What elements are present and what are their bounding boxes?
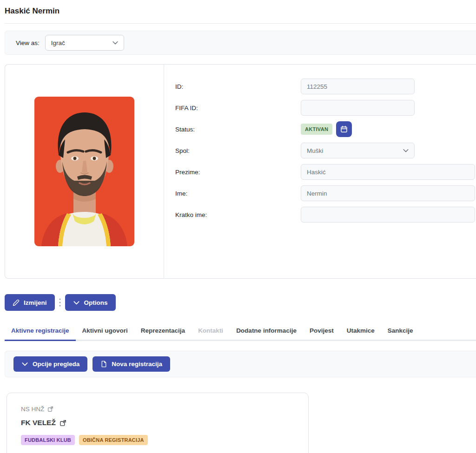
player-photo — [34, 97, 134, 246]
vertical-dots-icon — [59, 298, 61, 307]
fifa-id-label: FIFA ID: — [175, 105, 301, 112]
last-name-input[interactable] — [301, 164, 475, 180]
options-button[interactable]: Options — [65, 294, 116, 311]
tab-bar: Aktivne registracije Aktivni ugovori Rep… — [5, 321, 476, 341]
tab-kontakti: Kontakti — [192, 321, 230, 340]
tab-aktivne-registracije[interactable]: Aktivne registracije — [5, 321, 76, 340]
last-name-label: Prezime: — [175, 169, 301, 176]
view-as-selected-value: Igrač — [51, 39, 65, 46]
document-icon — [100, 361, 107, 368]
options-button-label: Options — [84, 299, 108, 306]
tab-utakmice[interactable]: Utakmice — [340, 321, 381, 340]
view-as-select[interactable]: Igrač — [45, 35, 124, 51]
new-registration-button-label: Nova registracija — [112, 361, 162, 368]
gender-selected-value: Muški — [307, 147, 323, 154]
tab-povijest[interactable]: Povijest — [303, 321, 340, 340]
field-row-first-name: Ime: — [175, 185, 476, 201]
id-input[interactable] — [301, 79, 415, 94]
tab-reprezentacija[interactable]: Reprezentacija — [134, 321, 192, 340]
tab-dodatne-informacije[interactable]: Dodatne informacije — [230, 321, 303, 340]
field-row-gender: Spol: Muški — [175, 143, 476, 158]
view-as-label: View as: — [16, 39, 40, 46]
chevron-down-icon — [21, 361, 28, 368]
tab-aktivni-ugovori[interactable]: Aktivni ugovori — [76, 321, 134, 340]
first-name-label: Ime: — [175, 190, 301, 197]
short-name-input[interactable] — [301, 207, 475, 223]
federation-link[interactable]: NS HNŽ — [21, 406, 308, 413]
registrations-toolbar: Opcije pregleda Nova registracija — [5, 351, 476, 377]
page-title: Haskić Nermin — [5, 7, 476, 16]
profile-card: ID: FIFA ID: Status: AKTIVAN Spol: Muški — [5, 64, 476, 279]
registration-badges: FUDBALSKI KLUB OBIČNA REGISTRACIJA — [21, 435, 308, 445]
chevron-down-icon — [112, 39, 119, 46]
gender-select[interactable]: Muški — [301, 143, 415, 158]
club-type-badge: FUDBALSKI KLUB — [21, 435, 75, 445]
chevron-down-icon — [73, 299, 80, 306]
registration-card: NS HNŽ FK VELEŽ FUDBALSKI KLUB OBIČNA RE… — [7, 393, 309, 453]
field-row-fifa-id: FIFA ID: — [175, 100, 476, 116]
club-name: FK VELEŽ — [21, 419, 56, 427]
field-row-last-name: Prezime: — [175, 164, 476, 180]
registration-type-badge: OBIČNA REGISTRACIJA — [79, 435, 148, 445]
fifa-id-input[interactable] — [301, 100, 415, 116]
club-link[interactable]: FK VELEŽ — [21, 419, 308, 427]
field-row-id: ID: — [175, 79, 476, 94]
new-registration-button[interactable]: Nova registracija — [93, 356, 170, 372]
tab-sankcije[interactable]: Sankcije — [381, 321, 420, 340]
profile-form: ID: FIFA ID: Status: AKTIVAN Spol: Muški — [164, 65, 476, 278]
id-label: ID: — [175, 83, 301, 90]
title-divider — [5, 23, 476, 24]
view-as-bar: View as: Igrač — [5, 31, 476, 55]
short-name-label: Kratko ime: — [175, 211, 301, 218]
status-calendar-button[interactable] — [336, 121, 352, 137]
external-link-icon — [47, 406, 53, 412]
photo-column — [5, 65, 164, 278]
federation-name: NS HNŽ — [21, 406, 44, 413]
external-link-icon — [60, 420, 66, 427]
field-row-short-name: Kratko ime: — [175, 207, 476, 223]
field-row-status: Status: AKTIVAN — [175, 121, 476, 137]
view-options-button-label: Opcije pregleda — [33, 361, 79, 368]
status-value-group: AKTIVAN — [301, 121, 352, 137]
status-badge: AKTIVAN — [301, 124, 332, 135]
view-options-button[interactable]: Opcije pregleda — [13, 356, 87, 372]
actions-row: Izmijeni Options — [5, 294, 476, 311]
first-name-input[interactable] — [301, 185, 475, 201]
edit-button[interactable]: Izmijeni — [5, 294, 55, 311]
calendar-icon — [340, 125, 348, 133]
pencil-icon — [13, 299, 20, 306]
status-label: Status: — [175, 126, 301, 133]
gender-label: Spol: — [175, 147, 301, 154]
chevron-down-icon — [403, 147, 409, 154]
edit-button-label: Izmijeni — [24, 299, 47, 306]
